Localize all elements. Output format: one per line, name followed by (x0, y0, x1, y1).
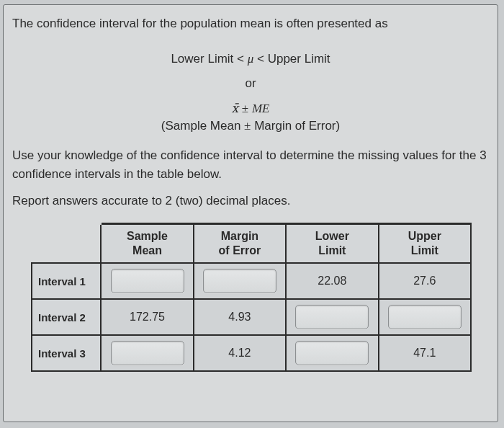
header-lower-l1: Lower (315, 230, 349, 242)
cell-r3-sample-mean (101, 335, 193, 371)
cell-r2-sample-mean: 172.75 (101, 299, 193, 335)
cell-r2-margin: 4.93 (194, 299, 286, 335)
formula-words-post: Margin of Error) (251, 119, 340, 133)
header-margin: Margin of Error (194, 224, 286, 264)
header-sample-mean: Sample Mean (101, 224, 193, 264)
cell-r1-margin (194, 263, 286, 299)
value-r2-sample-mean: 172.75 (130, 311, 165, 323)
input-r2-lower[interactable] (295, 305, 369, 329)
question-panel: The confidence interval for the populati… (3, 4, 498, 422)
lt-symbol-2: < (257, 52, 264, 66)
formula-xbar-me: x̄ ± ME (12, 101, 489, 116)
cell-r2-lower (286, 299, 378, 335)
table-row: Interval 1 22.08 27.6 (32, 263, 471, 299)
confidence-interval-table: Sample Mean Margin of Error Lower Limit … (31, 223, 472, 372)
formula-words: (Sample Mean ± Margin of Error) (12, 119, 489, 133)
cell-r1-upper: 27.6 (379, 263, 471, 299)
value-r1-upper: 27.6 (413, 275, 436, 287)
header-margin-l1: Margin (221, 230, 258, 242)
or-text: or (12, 76, 489, 91)
input-r2-upper[interactable] (388, 305, 462, 329)
header-upper-l2: Limit (411, 244, 438, 257)
value-r2-margin: 4.93 (228, 311, 251, 323)
table-row: Interval 3 4.12 47.1 (32, 335, 471, 371)
pm-symbol: ± (242, 102, 248, 115)
input-r1-sample-mean[interactable] (111, 269, 184, 293)
header-lower: Lower Limit (286, 224, 378, 264)
value-r3-margin: 4.12 (228, 347, 251, 359)
formula-lower-text: Lower Limit (171, 52, 237, 66)
row-label-1: Interval 1 (32, 263, 101, 299)
input-r1-margin[interactable] (203, 269, 276, 293)
table-header-row: Sample Mean Margin of Error Lower Limit … (32, 224, 471, 264)
row-label-3: Interval 3 (32, 335, 101, 371)
value-r1-lower: 22.08 (318, 275, 346, 287)
header-empty (32, 224, 101, 264)
header-upper: Upper Limit (379, 224, 471, 264)
instruction-2: Report answers accurate to 2 (two) decim… (12, 194, 489, 208)
mu-symbol: μ (248, 52, 254, 66)
header-lower-l2: Limit (318, 244, 346, 257)
cell-r3-margin: 4.12 (194, 335, 286, 371)
cell-r1-lower: 22.08 (286, 263, 378, 299)
input-r3-sample-mean[interactable] (111, 341, 184, 365)
intro-text: The confidence interval for the populati… (12, 15, 489, 33)
header-upper-l1: Upper (408, 230, 441, 242)
cell-r1-sample-mean (101, 263, 193, 299)
input-r3-lower[interactable] (295, 341, 369, 365)
formula-interval: Lower Limit < μ < Upper Limit (12, 52, 489, 66)
instruction-1: Use your knowledge of the confidence int… (12, 146, 489, 184)
cell-r3-lower (286, 335, 378, 371)
table-row: Interval 2 172.75 4.93 (32, 299, 471, 335)
row-label-2: Interval 2 (32, 299, 101, 335)
header-margin-l2: of Error (219, 244, 261, 257)
formula-words-pre: (Sample Mean (161, 119, 244, 133)
value-r3-upper: 47.1 (413, 347, 436, 359)
lt-symbol-1: < (237, 52, 244, 66)
formula-upper-text: Upper Limit (264, 52, 330, 66)
header-sample-mean-l1: Sample (127, 230, 168, 242)
header-sample-mean-l2: Mean (132, 244, 162, 257)
me-symbol: ME (252, 102, 270, 115)
cell-r2-upper (379, 299, 471, 335)
xbar-symbol: x̄ (232, 102, 239, 115)
cell-r3-upper: 47.1 (379, 335, 471, 371)
